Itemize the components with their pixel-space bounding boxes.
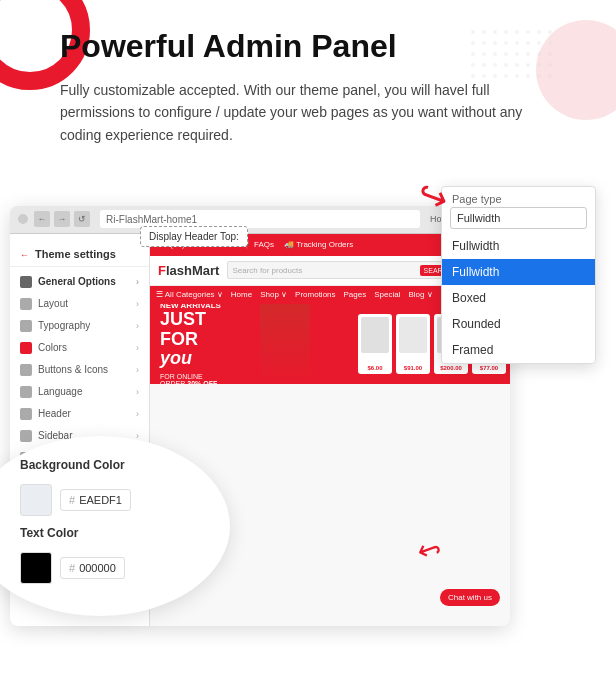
back-button[interactable]: ← — [34, 211, 50, 227]
language-icon — [20, 386, 32, 398]
sidebar-icon — [20, 430, 32, 442]
settings-buttons-icons[interactable]: Buttons & Icons › — [10, 359, 149, 381]
bg-color-row: # EAEDF1 — [20, 484, 200, 516]
product-card-1: $6.00 — [358, 314, 392, 374]
hash-symbol-text: # — [69, 562, 75, 574]
type-icon — [20, 320, 32, 332]
text-color-hash-input[interactable]: # 000000 — [60, 557, 125, 579]
product-price-4: $77.00 — [480, 365, 498, 371]
page-type-dropdown: Page type Fullwidth Fullwidth Fullwidth … — [441, 186, 596, 364]
dropdown-option-fullwidth-1[interactable]: Fullwidth — [442, 233, 595, 259]
settings-header: ← Theme settings — [10, 242, 149, 267]
page-type-label: Page type — [442, 187, 595, 207]
settings-layout[interactable]: Layout › — [10, 293, 149, 315]
product-price-1: $6.00 — [367, 365, 382, 371]
refresh-button[interactable]: ↺ — [74, 211, 90, 227]
layout-icon — [20, 298, 32, 310]
bg-color-value: EAEDF1 — [79, 494, 122, 506]
product-price-3: $200.00 — [440, 365, 462, 371]
product-image-2 — [399, 317, 427, 353]
settings-header[interactable]: Header › — [10, 403, 149, 425]
text-color-row: # 000000 — [20, 552, 200, 584]
settings-colors[interactable]: Colors › — [10, 337, 149, 359]
store-search[interactable]: Search for products SEARCH — [227, 261, 461, 279]
page-type-input[interactable]: Fullwidth — [450, 207, 587, 229]
bg-color-section-title: Background Color — [20, 458, 125, 472]
settings-general-options[interactable]: General Options › — [10, 271, 149, 293]
browser-dot-1 — [18, 214, 28, 224]
product-price-2: $91.00 — [404, 365, 422, 371]
page-title: Powerful Admin Panel — [60, 28, 576, 65]
product-image-1 — [361, 317, 389, 353]
dropdown-option-framed[interactable]: Framed — [442, 337, 595, 363]
bg-color-hash-input[interactable]: # EAEDF1 — [60, 489, 131, 511]
product-card-2: $91.00 — [396, 314, 430, 374]
display-header-badge: Display Header Top: — [140, 226, 248, 247]
banner-main-text: JUSTFORyou — [160, 310, 221, 369]
bg-color-swatch[interactable] — [20, 484, 52, 516]
chat-button[interactable]: Chat with us — [440, 589, 500, 606]
subtitle-text: Fully customizable accepted. With our th… — [60, 79, 540, 146]
browser-nav: ← → ↺ — [34, 211, 90, 227]
store-logo: FlashMart — [158, 263, 219, 278]
text-color-value: 000000 — [79, 562, 116, 574]
dropdown-option-boxed[interactable]: Boxed — [442, 285, 595, 311]
color-icon — [20, 342, 32, 354]
settings-language[interactable]: Language › — [10, 381, 149, 403]
header-icon — [20, 408, 32, 420]
dropdown-option-rounded[interactable]: Rounded — [442, 311, 595, 337]
text-color-swatch[interactable] — [20, 552, 52, 584]
dropdown-option-fullwidth-2[interactable]: Fullwidth — [442, 259, 595, 285]
banner-sub-text: FOR ONLINEORDER 30% OFF — [160, 373, 221, 384]
content-area: ← → ↺ Ri-FlashMart-home1 Home page Sav ←… — [0, 166, 616, 646]
hash-symbol-bg: # — [69, 494, 75, 506]
forward-button[interactable]: → — [54, 211, 70, 227]
text-color-section-title: Text Color — [20, 526, 78, 540]
button-icon — [20, 364, 32, 376]
header-section: Powerful Admin Panel Fully customizable … — [0, 0, 616, 146]
gear-icon — [20, 276, 32, 288]
settings-typography[interactable]: Typography › — [10, 315, 149, 337]
banner-person — [260, 304, 310, 384]
banner-text-block: NEW ARRIVALS JUSTFORyou FOR ONLINEORDER … — [160, 304, 221, 384]
